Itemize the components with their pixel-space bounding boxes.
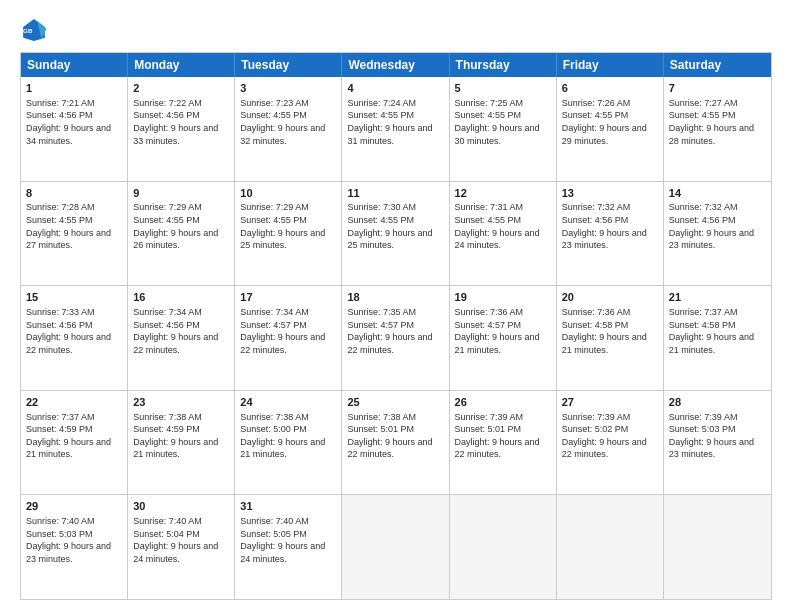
cell-info: Sunrise: 7:32 AMSunset: 4:56 PMDaylight:…	[669, 201, 766, 251]
cell-info: Sunrise: 7:23 AMSunset: 4:55 PMDaylight:…	[240, 97, 336, 147]
cal-week-5: 29Sunrise: 7:40 AMSunset: 5:03 PMDayligh…	[21, 494, 771, 599]
cal-header-wednesday: Wednesday	[342, 53, 449, 77]
day-number: 20	[562, 290, 658, 305]
cal-cell: 1Sunrise: 7:21 AMSunset: 4:56 PMDaylight…	[21, 77, 128, 181]
day-number: 25	[347, 395, 443, 410]
cal-cell: 9Sunrise: 7:29 AMSunset: 4:55 PMDaylight…	[128, 182, 235, 286]
cal-cell: 30Sunrise: 7:40 AMSunset: 5:04 PMDayligh…	[128, 495, 235, 599]
cal-cell: 23Sunrise: 7:38 AMSunset: 4:59 PMDayligh…	[128, 391, 235, 495]
cal-cell: 29Sunrise: 7:40 AMSunset: 5:03 PMDayligh…	[21, 495, 128, 599]
cal-cell: 31Sunrise: 7:40 AMSunset: 5:05 PMDayligh…	[235, 495, 342, 599]
cal-cell: 7Sunrise: 7:27 AMSunset: 4:55 PMDaylight…	[664, 77, 771, 181]
day-number: 7	[669, 81, 766, 96]
cal-header-saturday: Saturday	[664, 53, 771, 77]
cell-info: Sunrise: 7:38 AMSunset: 5:01 PMDaylight:…	[347, 411, 443, 461]
cal-header-sunday: Sunday	[21, 53, 128, 77]
svg-text:GB: GB	[23, 27, 33, 34]
cell-info: Sunrise: 7:36 AMSunset: 4:57 PMDaylight:…	[455, 306, 551, 356]
cell-info: Sunrise: 7:25 AMSunset: 4:55 PMDaylight:…	[455, 97, 551, 147]
day-number: 13	[562, 186, 658, 201]
cal-week-4: 22Sunrise: 7:37 AMSunset: 4:59 PMDayligh…	[21, 390, 771, 495]
cal-cell: 18Sunrise: 7:35 AMSunset: 4:57 PMDayligh…	[342, 286, 449, 390]
day-number: 10	[240, 186, 336, 201]
cell-info: Sunrise: 7:33 AMSunset: 4:56 PMDaylight:…	[26, 306, 122, 356]
day-number: 21	[669, 290, 766, 305]
cal-cell	[664, 495, 771, 599]
cell-info: Sunrise: 7:35 AMSunset: 4:57 PMDaylight:…	[347, 306, 443, 356]
cal-cell: 16Sunrise: 7:34 AMSunset: 4:56 PMDayligh…	[128, 286, 235, 390]
cal-header-friday: Friday	[557, 53, 664, 77]
cal-cell: 17Sunrise: 7:34 AMSunset: 4:57 PMDayligh…	[235, 286, 342, 390]
day-number: 19	[455, 290, 551, 305]
day-number: 29	[26, 499, 122, 514]
day-number: 11	[347, 186, 443, 201]
cell-info: Sunrise: 7:21 AMSunset: 4:56 PMDaylight:…	[26, 97, 122, 147]
cal-header-thursday: Thursday	[450, 53, 557, 77]
cell-info: Sunrise: 7:30 AMSunset: 4:55 PMDaylight:…	[347, 201, 443, 251]
cell-info: Sunrise: 7:39 AMSunset: 5:01 PMDaylight:…	[455, 411, 551, 461]
cal-cell: 14Sunrise: 7:32 AMSunset: 4:56 PMDayligh…	[664, 182, 771, 286]
cell-info: Sunrise: 7:34 AMSunset: 4:57 PMDaylight:…	[240, 306, 336, 356]
cal-cell: 13Sunrise: 7:32 AMSunset: 4:56 PMDayligh…	[557, 182, 664, 286]
cal-cell: 21Sunrise: 7:37 AMSunset: 4:58 PMDayligh…	[664, 286, 771, 390]
cal-cell: 11Sunrise: 7:30 AMSunset: 4:55 PMDayligh…	[342, 182, 449, 286]
cell-info: Sunrise: 7:40 AMSunset: 5:05 PMDaylight:…	[240, 515, 336, 565]
cell-info: Sunrise: 7:37 AMSunset: 4:58 PMDaylight:…	[669, 306, 766, 356]
day-number: 31	[240, 499, 336, 514]
day-number: 14	[669, 186, 766, 201]
cell-info: Sunrise: 7:28 AMSunset: 4:55 PMDaylight:…	[26, 201, 122, 251]
cell-info: Sunrise: 7:39 AMSunset: 5:02 PMDaylight:…	[562, 411, 658, 461]
logo-icon: GB	[20, 16, 48, 44]
day-number: 28	[669, 395, 766, 410]
cell-info: Sunrise: 7:34 AMSunset: 4:56 PMDaylight:…	[133, 306, 229, 356]
cal-cell: 15Sunrise: 7:33 AMSunset: 4:56 PMDayligh…	[21, 286, 128, 390]
cal-cell	[557, 495, 664, 599]
day-number: 30	[133, 499, 229, 514]
cal-cell: 12Sunrise: 7:31 AMSunset: 4:55 PMDayligh…	[450, 182, 557, 286]
cal-cell: 28Sunrise: 7:39 AMSunset: 5:03 PMDayligh…	[664, 391, 771, 495]
cell-info: Sunrise: 7:29 AMSunset: 4:55 PMDaylight:…	[133, 201, 229, 251]
calendar-header-row: SundayMondayTuesdayWednesdayThursdayFrid…	[21, 53, 771, 77]
day-number: 1	[26, 81, 122, 96]
day-number: 8	[26, 186, 122, 201]
day-number: 15	[26, 290, 122, 305]
cal-cell	[342, 495, 449, 599]
day-number: 9	[133, 186, 229, 201]
cell-info: Sunrise: 7:40 AMSunset: 5:03 PMDaylight:…	[26, 515, 122, 565]
cal-header-monday: Monday	[128, 53, 235, 77]
cal-cell: 24Sunrise: 7:38 AMSunset: 5:00 PMDayligh…	[235, 391, 342, 495]
cell-info: Sunrise: 7:27 AMSunset: 4:55 PMDaylight:…	[669, 97, 766, 147]
cell-info: Sunrise: 7:29 AMSunset: 4:55 PMDaylight:…	[240, 201, 336, 251]
day-number: 4	[347, 81, 443, 96]
cell-info: Sunrise: 7:36 AMSunset: 4:58 PMDaylight:…	[562, 306, 658, 356]
cal-cell: 4Sunrise: 7:24 AMSunset: 4:55 PMDaylight…	[342, 77, 449, 181]
day-number: 24	[240, 395, 336, 410]
cal-cell	[450, 495, 557, 599]
cell-info: Sunrise: 7:22 AMSunset: 4:56 PMDaylight:…	[133, 97, 229, 147]
day-number: 12	[455, 186, 551, 201]
cal-cell: 5Sunrise: 7:25 AMSunset: 4:55 PMDaylight…	[450, 77, 557, 181]
cal-cell: 27Sunrise: 7:39 AMSunset: 5:02 PMDayligh…	[557, 391, 664, 495]
day-number: 17	[240, 290, 336, 305]
cal-week-2: 8Sunrise: 7:28 AMSunset: 4:55 PMDaylight…	[21, 181, 771, 286]
calendar-body: 1Sunrise: 7:21 AMSunset: 4:56 PMDaylight…	[21, 77, 771, 599]
cell-info: Sunrise: 7:32 AMSunset: 4:56 PMDaylight:…	[562, 201, 658, 251]
day-number: 16	[133, 290, 229, 305]
day-number: 2	[133, 81, 229, 96]
cell-info: Sunrise: 7:38 AMSunset: 4:59 PMDaylight:…	[133, 411, 229, 461]
page: GB SundayMondayTuesdayWednesdayThursdayF…	[0, 0, 792, 612]
logo: GB	[20, 16, 52, 44]
day-number: 3	[240, 81, 336, 96]
cal-week-1: 1Sunrise: 7:21 AMSunset: 4:56 PMDaylight…	[21, 77, 771, 181]
cal-cell: 22Sunrise: 7:37 AMSunset: 4:59 PMDayligh…	[21, 391, 128, 495]
cell-info: Sunrise: 7:26 AMSunset: 4:55 PMDaylight:…	[562, 97, 658, 147]
day-number: 23	[133, 395, 229, 410]
cell-info: Sunrise: 7:37 AMSunset: 4:59 PMDaylight:…	[26, 411, 122, 461]
cal-cell: 10Sunrise: 7:29 AMSunset: 4:55 PMDayligh…	[235, 182, 342, 286]
cal-cell: 8Sunrise: 7:28 AMSunset: 4:55 PMDaylight…	[21, 182, 128, 286]
cell-info: Sunrise: 7:40 AMSunset: 5:04 PMDaylight:…	[133, 515, 229, 565]
cell-info: Sunrise: 7:38 AMSunset: 5:00 PMDaylight:…	[240, 411, 336, 461]
day-number: 6	[562, 81, 658, 96]
cal-cell: 2Sunrise: 7:22 AMSunset: 4:56 PMDaylight…	[128, 77, 235, 181]
cal-cell: 20Sunrise: 7:36 AMSunset: 4:58 PMDayligh…	[557, 286, 664, 390]
